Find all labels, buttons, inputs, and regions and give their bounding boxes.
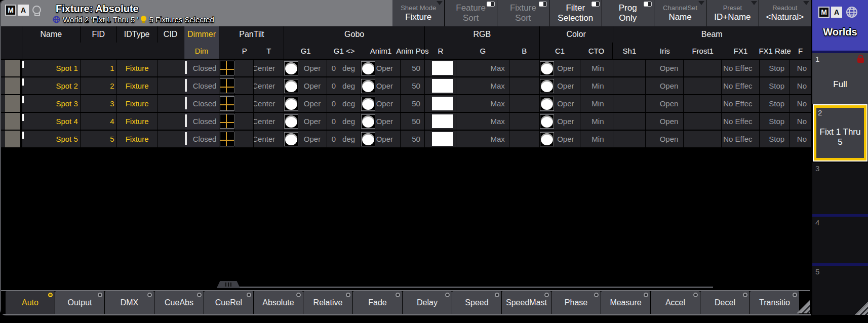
cell-tilt[interactable]: Center [254, 95, 284, 112]
cell-name[interactable]: Spot 2 [22, 77, 81, 94]
cell-b[interactable] [509, 95, 540, 112]
col-header-idtype[interactable]: IDType [117, 26, 157, 43]
world-item-1[interactable]: 1 Full [812, 53, 868, 104]
cell-fx1[interactable]: No Effec [722, 77, 760, 94]
sub-header-iris[interactable]: Iris [646, 43, 684, 59]
cell-pan[interactable] [235, 113, 254, 130]
sub-header-anim-pos[interactable]: Anim Pos [401, 43, 425, 59]
cell-idtype[interactable]: Fixture [117, 60, 157, 76]
cell-pantilt-encoder[interactable] [219, 95, 235, 112]
cell-g1-wheel[interactable]: 0deg [327, 113, 361, 130]
cell-dimmer[interactable]: Closed [184, 113, 220, 130]
cell-iris[interactable]: Open [646, 113, 684, 130]
row-select-cell[interactable] [5, 95, 22, 112]
cell-anim1[interactable]: Oper [361, 131, 401, 147]
cell-fx1-rate[interactable]: Stop [760, 77, 790, 94]
cell-fid[interactable]: 5 [81, 131, 117, 147]
cell-dimmer[interactable]: Closed [184, 131, 220, 147]
row-select-cell[interactable] [5, 131, 22, 147]
cell-c1[interactable]: Oper [540, 113, 580, 130]
cell-fx1-rate[interactable]: Stop [760, 60, 790, 76]
cell-idtype[interactable]: Fixture [117, 77, 157, 94]
cell-pantilt-encoder[interactable] [219, 131, 235, 147]
cell-cto[interactable]: Min [580, 95, 613, 112]
cell-c1[interactable]: Oper [540, 60, 580, 76]
cell-tilt[interactable]: Center [254, 60, 284, 76]
cell-g[interactable]: Max [456, 77, 509, 94]
cell-sh1[interactable] [613, 77, 646, 94]
cell-fid[interactable]: 4 [81, 113, 117, 130]
cell-iris[interactable]: Open [646, 60, 684, 76]
tab-measure[interactable]: Measure [601, 291, 650, 314]
sub-header-g1[interactable]: G1 [284, 43, 327, 59]
cell-iris[interactable]: Open [646, 77, 684, 94]
cell-f[interactable]: No [790, 113, 811, 130]
cell-r[interactable] [425, 60, 456, 76]
world-item-5[interactable]: 5 [812, 266, 868, 315]
cell-cid[interactable] [157, 60, 184, 76]
cell-g1-wheel[interactable]: 0deg [327, 131, 361, 147]
feature-sort-button[interactable]: Feature Sort [445, 0, 496, 26]
sub-header-g1-wheel[interactable]: G1 <> [327, 43, 361, 59]
horizontal-scrollbar[interactable] [217, 287, 713, 288]
sub-header-fx1[interactable]: FX1 [722, 43, 760, 59]
sub-header-g[interactable]: G [456, 43, 509, 59]
cell-g[interactable]: Max [456, 131, 509, 147]
cell-anim1[interactable]: Oper [361, 95, 401, 112]
scrollbar-grip-handle[interactable] [217, 281, 240, 288]
col-header-name[interactable]: Name [22, 26, 81, 43]
cell-cid[interactable] [157, 77, 184, 94]
world-item-2-selected[interactable]: 2 Fixt 1 Thru 5 [813, 104, 867, 162]
cell-idtype[interactable]: Fixture [117, 95, 157, 112]
cell-g[interactable]: Max [456, 60, 509, 76]
prog-only-button[interactable]: Prog Only [602, 0, 654, 26]
cell-g1[interactable]: Oper [284, 95, 327, 112]
cell-tilt[interactable]: Center [254, 113, 284, 130]
cell-fx1[interactable]: No Effec [722, 113, 760, 130]
cell-g1-wheel[interactable]: 0deg [327, 95, 361, 112]
cell-g1[interactable]: Oper [284, 131, 327, 147]
cell-cto[interactable]: Min [580, 77, 613, 94]
cell-sh1[interactable] [613, 95, 646, 112]
tab-relative[interactable]: Relative [303, 291, 352, 314]
cell-r[interactable] [425, 77, 456, 94]
sub-header-t[interactable]: T [254, 43, 284, 59]
cell-g1[interactable]: Oper [284, 113, 327, 130]
cell-frost1[interactable] [684, 60, 722, 76]
group-header-beam[interactable]: Beam [613, 26, 811, 43]
row-select-cell[interactable] [5, 60, 22, 76]
sub-header-f[interactable]: F [790, 43, 811, 59]
cell-f[interactable]: No [790, 60, 811, 76]
cell-tilt[interactable]: Center [254, 77, 284, 94]
cell-frost1[interactable] [684, 131, 722, 147]
group-header-pantilt[interactable]: PanTilt [219, 26, 284, 43]
world-item-3[interactable]: 3 [812, 163, 868, 214]
cell-b[interactable] [509, 131, 540, 147]
cell-sh1[interactable] [613, 113, 646, 130]
tab-auto[interactable]: Auto [6, 291, 55, 314]
tab-absolute[interactable]: Absolute [254, 291, 303, 314]
cell-pan[interactable] [235, 95, 254, 112]
cell-g[interactable]: Max [456, 95, 509, 112]
cell-fx1-rate[interactable]: Stop [760, 113, 790, 130]
cell-frost1[interactable] [684, 77, 722, 94]
cell-fid[interactable]: 1 [81, 60, 117, 76]
cell-pantilt-encoder[interactable] [219, 60, 235, 76]
cell-pan[interactable] [235, 77, 254, 94]
cell-dimmer[interactable]: Closed [184, 95, 220, 112]
group-header-dimmer[interactable]: Dimmer [184, 26, 220, 43]
tab-dmx[interactable]: DMX [105, 291, 154, 314]
cell-g1-wheel[interactable]: 0deg [327, 77, 361, 94]
fixture-sort-button[interactable]: Fixture Sort [497, 0, 549, 26]
sheet-mode-button[interactable]: Sheet Mode Fixture [392, 0, 444, 26]
row-select-cell[interactable] [5, 113, 22, 130]
cell-iris[interactable]: Open [646, 95, 684, 112]
cell-fx1[interactable]: No Effec [722, 131, 760, 147]
cell-anim1[interactable]: Oper [361, 77, 401, 94]
cell-dimmer[interactable]: Closed [184, 77, 220, 94]
cell-cto[interactable]: Min [580, 60, 613, 76]
cell-frost1[interactable] [684, 95, 722, 112]
cell-name[interactable]: Spot 1 [22, 60, 81, 76]
sub-header-b[interactable]: B [509, 43, 540, 59]
cell-name[interactable]: Spot 5 [22, 131, 81, 147]
